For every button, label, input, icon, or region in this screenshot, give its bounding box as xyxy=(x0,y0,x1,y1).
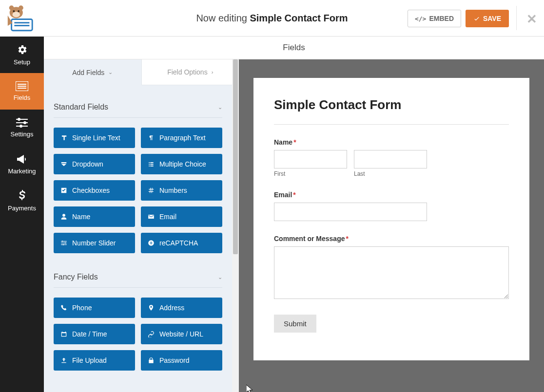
group-header-fancy[interactable]: Fancy Fields ⌄ xyxy=(54,263,222,288)
form-title: Simple Contact Form xyxy=(274,97,509,112)
last-name-input[interactable] xyxy=(354,150,427,168)
field-dropdown[interactable]: Dropdown xyxy=(54,154,135,174)
panel-tabs: Add Fields ⌄ Field Options › xyxy=(44,59,239,85)
field-label: Numbers xyxy=(159,187,187,194)
fields-panel: Add Fields ⌄ Field Options › Standard Fi… xyxy=(44,59,239,392)
chevron-down-icon: ⌄ xyxy=(218,104,222,111)
tab-label: Field Options xyxy=(167,68,207,76)
email-input[interactable] xyxy=(274,203,427,221)
dollar-icon xyxy=(18,190,26,202)
field-date-time[interactable]: Date / Time xyxy=(54,324,135,344)
scrollbar-thumb[interactable] xyxy=(233,59,238,254)
field-label: Multiple Choice xyxy=(159,160,206,168)
divider xyxy=(516,6,517,30)
group-grid-standard: Single Line Text Paragraph Text Dropdown… xyxy=(54,128,222,253)
envelope-icon xyxy=(148,213,155,220)
svg-rect-12 xyxy=(18,88,26,89)
close-icon[interactable]: ✕ xyxy=(526,12,537,27)
field-multiple-choice[interactable]: Multiple Choice xyxy=(141,154,222,174)
save-button[interactable]: SAVE xyxy=(466,10,509,27)
field-label: Dropdown xyxy=(72,160,103,168)
dropdown-icon xyxy=(60,161,67,168)
panel-content: Standard Fields ⌄ Single Line Text Parag… xyxy=(44,85,232,380)
gear-icon xyxy=(16,44,28,56)
field-label: reCAPTCHA xyxy=(159,239,198,247)
sidebar-label: Marketing xyxy=(8,168,36,175)
field-single-line-text[interactable]: Single Line Text xyxy=(54,128,135,148)
field-password[interactable]: Password xyxy=(141,350,222,371)
svg-rect-10 xyxy=(18,84,26,85)
first-name-col: First xyxy=(274,150,347,177)
editing-prefix: Now editing xyxy=(196,13,250,23)
app-logo-icon xyxy=(5,5,35,32)
svg-point-5 xyxy=(18,10,19,12)
chevron-right-icon: › xyxy=(212,69,214,75)
hash-icon xyxy=(148,187,155,194)
group-header-standard[interactable]: Standard Fields ⌄ xyxy=(54,93,222,118)
field-checkboxes[interactable]: Checkboxes xyxy=(54,180,135,201)
field-website-url[interactable]: Website / URL xyxy=(141,324,222,344)
form-row-email: Email* xyxy=(274,191,509,221)
comment-textarea[interactable] xyxy=(274,246,509,299)
sidebar-label: Settings xyxy=(11,131,34,138)
logo-slot xyxy=(0,0,44,37)
divider xyxy=(274,124,509,125)
sidebar-item-setup[interactable]: Setup xyxy=(0,37,44,73)
check-icon xyxy=(60,187,67,194)
field-file-upload[interactable]: File Upload xyxy=(54,350,135,371)
link-icon xyxy=(148,331,155,337)
tab-field-options[interactable]: Field Options › xyxy=(141,59,239,85)
first-sublabel: First xyxy=(274,170,347,177)
last-sublabel: Last xyxy=(354,170,427,177)
field-paragraph-text[interactable]: Paragraph Text xyxy=(141,128,222,148)
sidebar-item-payments[interactable]: Payments xyxy=(0,183,44,219)
field-phone[interactable]: Phone xyxy=(54,298,135,318)
field-label: Checkboxes xyxy=(72,187,110,194)
save-label: SAVE xyxy=(483,15,501,22)
name-label: Name* xyxy=(274,138,509,146)
paragraph-icon xyxy=(148,134,155,141)
field-numbers[interactable]: Numbers xyxy=(141,180,222,201)
field-label: Website / URL xyxy=(159,330,203,338)
field-label: Paragraph Text xyxy=(159,134,206,142)
label-text: Name xyxy=(274,138,292,146)
svg-point-24 xyxy=(63,244,64,245)
svg-rect-11 xyxy=(18,86,26,87)
field-address[interactable]: Address xyxy=(141,298,222,318)
svg-point-22 xyxy=(62,241,63,242)
lock-icon xyxy=(148,357,155,364)
form-name: Simple Contact Form xyxy=(250,13,348,23)
svg-point-4 xyxy=(13,10,15,12)
upload-icon xyxy=(60,357,67,364)
sidebar-item-fields[interactable]: Fields xyxy=(0,73,44,110)
field-recaptcha[interactable]: reCAPTCHA xyxy=(141,233,222,253)
svg-rect-19 xyxy=(61,241,67,242)
sidebar-item-settings[interactable]: Settings xyxy=(0,110,44,146)
panel-scrollbar[interactable] xyxy=(232,59,239,392)
field-name[interactable]: Name xyxy=(54,206,135,227)
field-email[interactable]: Email xyxy=(141,206,222,227)
comment-label: Comment or Message* xyxy=(274,235,509,243)
user-icon xyxy=(60,213,67,220)
phone-icon xyxy=(60,304,67,311)
form-icon xyxy=(16,81,28,91)
group-title: Fancy Fields xyxy=(54,273,98,281)
form-row-comment: Comment or Message* xyxy=(274,235,509,301)
sidebar-label: Fields xyxy=(14,94,31,101)
field-number-slider[interactable]: Number Slider xyxy=(54,233,135,253)
label-text: Comment or Message xyxy=(274,235,345,243)
form-card: Simple Contact Form Name* First Last xyxy=(253,78,529,360)
sidebar-item-marketing[interactable]: Marketing xyxy=(0,146,44,183)
editing-title: Now editing Simple Contact Form xyxy=(0,13,544,24)
list-icon xyxy=(148,161,155,168)
embed-button[interactable]: </> EMBED xyxy=(408,10,461,27)
embed-label: EMBED xyxy=(429,15,454,22)
text-icon xyxy=(60,134,67,141)
tab-add-fields[interactable]: Add Fields ⌄ xyxy=(44,59,141,85)
svg-point-3 xyxy=(13,12,20,18)
first-name-input[interactable] xyxy=(274,150,347,168)
chevron-down-icon: ⌄ xyxy=(218,274,222,280)
email-label: Email* xyxy=(274,191,509,199)
submit-button[interactable]: Submit xyxy=(274,315,316,333)
builder-section-title: Fields xyxy=(44,37,544,59)
